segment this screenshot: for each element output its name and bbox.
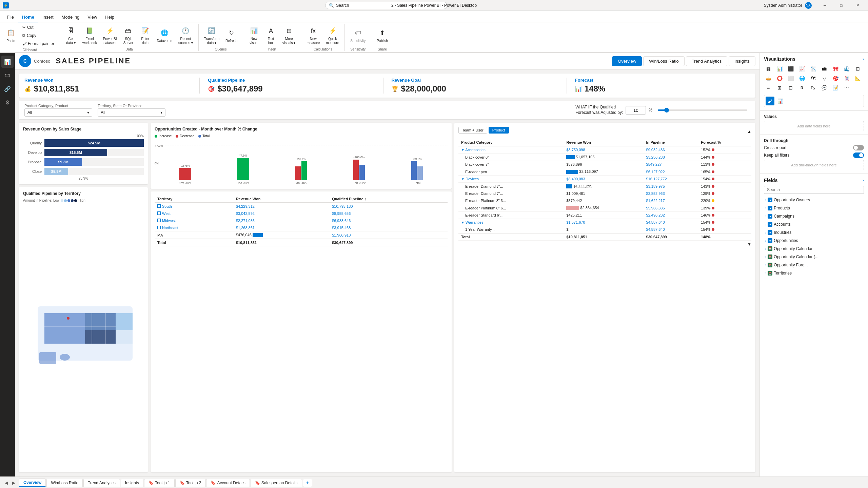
page-tab-salesperson[interactable]: 🔖 Salesperson Details xyxy=(251,479,302,487)
field-group-opp-calendar2-header[interactable]: › 📅 Opportunity Calendar (... xyxy=(764,253,864,260)
viz-icon-area[interactable]: 🏔 xyxy=(820,64,829,73)
tab-insights[interactable]: Insights xyxy=(729,56,755,66)
expand-warranties-icon[interactable]: ▼ xyxy=(461,221,465,224)
recent-sources-button[interactable]: 🕐 Recentsources ▾ xyxy=(176,24,196,47)
get-data-button[interactable]: 🗄 Getdata ▾ xyxy=(63,24,79,47)
quick-measure-button[interactable]: ⚡ Quickmeasure xyxy=(323,24,342,47)
sql-server-button[interactable]: 🗃 SQLServer xyxy=(120,24,136,47)
more-visuals-button[interactable]: ⊞ Morevisuals ▾ xyxy=(280,24,298,47)
what-if-input[interactable] xyxy=(626,106,646,115)
viz-collapse-button[interactable]: › xyxy=(863,57,864,61)
page-tab-tooltip2[interactable]: 🔖 Tooltip 2 xyxy=(175,479,206,487)
close-button[interactable]: ✕ xyxy=(850,0,865,11)
field-group-opp-calendar-header[interactable]: › 📅 Opportunity Calendar xyxy=(764,245,864,252)
viz-icon-table[interactable]: ⊞ xyxy=(775,83,784,92)
scroll-down-icon[interactable]: ▼ xyxy=(747,242,751,247)
viz-icon-slicer[interactable]: ≡ xyxy=(764,83,773,92)
viz-icon-smart-narrative[interactable]: 📝 xyxy=(831,83,840,92)
viz-analytics-icon[interactable]: 📊 xyxy=(776,97,785,105)
cut-button[interactable]: ✂ Cut xyxy=(20,24,57,31)
add-data-placeholder[interactable]: Add data fields here xyxy=(764,121,864,131)
maximize-button[interactable]: □ xyxy=(833,0,849,11)
viz-icon-ribbon[interactable]: 🎀 xyxy=(831,64,840,73)
fields-collapse-button[interactable]: › xyxy=(863,178,864,183)
viz-icon-treemap[interactable]: ⬜ xyxy=(786,74,795,83)
viz-icon-r[interactable]: R xyxy=(797,83,806,92)
page-tab-account[interactable]: 🔖 Account Details xyxy=(206,479,250,487)
new-visual-button[interactable]: 📊 Newvisual xyxy=(246,24,262,47)
transform-data-button[interactable]: 🔄 Transformdata ▾ xyxy=(201,24,222,47)
viz-icon-waterfall[interactable]: 🌊 xyxy=(842,64,851,73)
minimize-button[interactable]: ─ xyxy=(817,0,833,11)
toggle-team-user[interactable]: Team + User xyxy=(458,127,487,134)
viz-icon-matrix[interactable]: ⊟ xyxy=(786,83,795,92)
scroll-up-icon[interactable]: ▲ xyxy=(747,129,751,134)
page-tab-tooltip1[interactable]: 🔖 Tooltip 1 xyxy=(144,479,175,487)
keep-filters-toggle[interactable] xyxy=(853,152,864,158)
paste-button[interactable]: 📋 Paste xyxy=(3,24,19,47)
slider-thumb[interactable] xyxy=(664,108,669,113)
viz-icon-kpi[interactable]: 📐 xyxy=(853,74,862,83)
viz-icon-gauge[interactable]: 🎯 xyxy=(831,74,840,83)
excel-workbook-button[interactable]: 📗 Excelworkbook xyxy=(80,24,100,47)
nav-model-icon[interactable]: 🔗 xyxy=(1,83,14,95)
tab-nav-right[interactable]: ▶ xyxy=(10,480,17,486)
tab-trend[interactable]: Trend Analytics xyxy=(686,56,727,66)
field-group-opp-fore-header[interactable]: › 📅 Opportunity Fore... xyxy=(764,262,864,268)
viz-format-icon[interactable]: 🖌 xyxy=(766,97,774,105)
viz-icon-more[interactable]: ⋯ xyxy=(842,83,851,92)
field-group-accounts-header[interactable]: › ★ Accounts xyxy=(764,221,864,228)
tab-help[interactable]: Help xyxy=(101,13,118,22)
viz-icon-filled-map[interactable]: 🗺 xyxy=(809,74,817,83)
enter-data-button[interactable]: 📝 Enterdata xyxy=(137,24,153,47)
publish-button[interactable]: ⬆ Publish xyxy=(374,24,391,47)
page-tab-insights[interactable]: Insights xyxy=(121,479,143,487)
tab-file[interactable]: File xyxy=(3,13,18,22)
viz-icon-donut[interactable]: ⭕ xyxy=(775,74,784,83)
add-page-button[interactable]: + xyxy=(303,479,312,487)
field-group-products-header[interactable]: › ★ Products xyxy=(764,205,864,211)
tab-insert[interactable]: Insert xyxy=(38,13,58,22)
viz-icon-line[interactable]: 📉 xyxy=(809,64,817,73)
toggle-product[interactable]: Product xyxy=(489,127,509,134)
viz-icon-scatter[interactable]: ⊡ xyxy=(853,64,862,73)
viz-icon-map[interactable]: 🌐 xyxy=(797,74,806,83)
viz-icon-funnel[interactable]: ▽ xyxy=(820,74,829,83)
viz-icon-stacked-col[interactable]: 📈 xyxy=(797,64,806,73)
field-group-territories-header[interactable]: › 📅 Territories xyxy=(764,270,864,277)
viz-icon-pie[interactable]: 🥧 xyxy=(764,74,773,83)
nav-dax-icon[interactable]: ⚙ xyxy=(1,96,14,108)
nav-data-icon[interactable]: 🗃 xyxy=(1,69,14,81)
field-group-campaigns-header[interactable]: › ★ Campaigns xyxy=(764,213,864,220)
expand-accessories-icon[interactable]: ▼ xyxy=(461,148,465,152)
viz-icon-card[interactable]: 🃏 xyxy=(842,74,851,83)
field-group-opp-owners-header[interactable]: › ★ Opportunity Owners xyxy=(764,197,864,203)
filter-product-select[interactable]: All ▾ xyxy=(24,108,92,117)
nav-report-icon[interactable]: 📊 xyxy=(1,56,14,68)
field-group-opportunities-header[interactable]: › ★ Opportunities xyxy=(764,237,864,244)
page-tab-winloss[interactable]: Win/Loss Ratio xyxy=(46,479,83,487)
viz-icon-clustered-bar[interactable]: 📊 xyxy=(775,64,784,73)
viz-icon-bar[interactable]: ⬛ xyxy=(786,64,795,73)
field-group-industries-header[interactable]: › ★ Industries xyxy=(764,229,864,236)
viz-icon-python[interactable]: Py xyxy=(809,83,817,92)
copy-button[interactable]: ⧉ Copy xyxy=(20,32,57,39)
tab-home[interactable]: Home xyxy=(18,13,38,22)
cross-report-toggle[interactable] xyxy=(853,145,864,150)
drill-placeholder[interactable]: Add drill-through fields here xyxy=(764,160,864,170)
dataverse-button[interactable]: 🌐 Dataverse xyxy=(154,24,175,47)
power-bi-datasets-button[interactable]: ⚡ Power BIdatasets xyxy=(100,24,120,47)
fields-search-input[interactable] xyxy=(764,186,864,194)
filter-territory-select[interactable]: All ▾ xyxy=(98,108,165,117)
tab-winloss[interactable]: Win/Loss Ratio xyxy=(643,56,684,66)
sensitivity-button[interactable]: 🏷 Sensitivity xyxy=(348,24,368,47)
expand-devices-icon[interactable]: ▼ xyxy=(461,177,465,181)
viz-icon-stacked-bar[interactable]: ▦ xyxy=(764,64,773,73)
viz-icon-qna[interactable]: 💬 xyxy=(820,83,829,92)
text-box-button[interactable]: A Textbox xyxy=(263,24,279,47)
tab-modeling[interactable]: Modeling xyxy=(58,13,84,22)
page-tab-trend[interactable]: Trend Analytics xyxy=(83,479,120,487)
format-painter-button[interactable]: 🖌 Format painter xyxy=(20,40,57,47)
new-measure-button[interactable]: fx Newmeasure xyxy=(304,24,322,47)
tab-view[interactable]: View xyxy=(83,13,101,22)
